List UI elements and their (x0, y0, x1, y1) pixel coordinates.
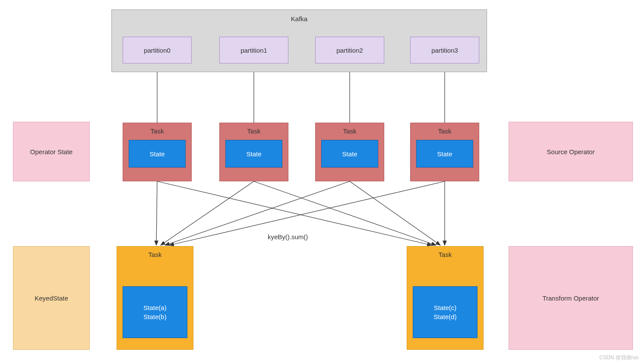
kafka-title: Kafka (291, 15, 307, 22)
transform-operator-box: Transform Operator (509, 246, 633, 350)
operator-state-box: Operator State (13, 122, 90, 181)
state-box-multi: State(a) State(b) (123, 286, 187, 338)
transform-task-1: Task State(c) State(d) (407, 246, 484, 350)
task-label: Task (151, 127, 164, 135)
partition-label: partition0 (144, 47, 171, 54)
source-task-2: Task State (315, 123, 384, 181)
transform-task-0: Task State(a) State(b) (117, 246, 193, 350)
keyed-state-box: KeyedState (13, 246, 90, 350)
partition-3: partition3 (410, 37, 479, 63)
operator-state-label: Operator State (30, 148, 73, 155)
partition-label: partition2 (336, 47, 363, 54)
task-label: Task (439, 251, 452, 258)
svg-line-11 (350, 181, 440, 245)
state-b-label: State(b) (143, 312, 166, 321)
partition-1: partition1 (219, 37, 288, 63)
state-box: State (129, 140, 186, 168)
partition-label: partition3 (431, 47, 458, 54)
source-task-3: Task State (410, 123, 479, 181)
state-a-label: State(a) (143, 303, 166, 312)
svg-line-7 (165, 181, 350, 245)
task-label: Task (438, 127, 452, 135)
source-operator-box: Source Operator (509, 122, 633, 181)
state-label: State (149, 150, 164, 158)
state-c-label: State(c) (434, 303, 457, 312)
source-operator-label: Source Operator (547, 148, 595, 155)
transform-operator-label: Transform Operator (542, 294, 599, 302)
state-box: State (416, 140, 473, 168)
state-d-label: State(d) (433, 312, 456, 321)
watermark: CSDN @我很ruo (599, 354, 639, 361)
svg-line-6 (161, 181, 254, 245)
source-task-1: Task State (219, 123, 288, 181)
partition-2: partition2 (315, 37, 384, 63)
source-task-0: Task State (123, 123, 192, 181)
svg-line-5 (156, 181, 157, 245)
keyed-state-label: KeyedState (35, 294, 68, 302)
state-box: State (225, 140, 282, 168)
task-label: Task (343, 127, 357, 135)
state-box: State (321, 140, 378, 168)
state-label: State (342, 150, 357, 158)
keyby-sum-label: kyeBy().sum() (268, 233, 308, 241)
task-label: Task (149, 251, 162, 258)
task-label: Task (247, 127, 261, 135)
state-label: State (246, 150, 261, 158)
state-box-multi: State(c) State(d) (413, 286, 478, 338)
partition-0: partition0 (123, 37, 192, 63)
partition-label: partition1 (240, 47, 267, 54)
state-label: State (437, 150, 452, 158)
